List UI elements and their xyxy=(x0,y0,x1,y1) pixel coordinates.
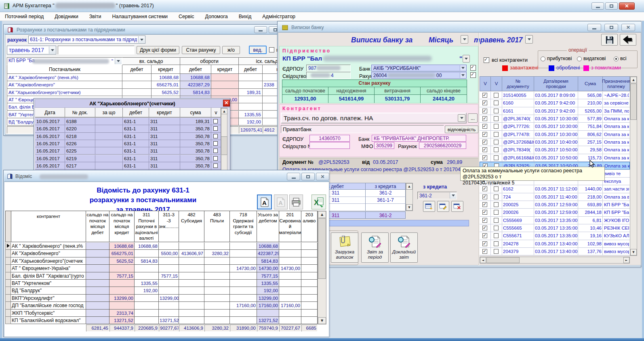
tx-processed-checkbox[interactable] xyxy=(482,249,487,254)
close-button[interactable]: ✕ xyxy=(619,2,635,10)
correspondence-button[interactable]: відповідність xyxy=(445,126,478,133)
menu-item[interactable]: Допомога xyxy=(205,14,228,19)
tx-flag-checkbox[interactable] xyxy=(494,147,499,152)
tx-processed-checkbox[interactable] xyxy=(482,202,487,207)
row-checkbox[interactable] xyxy=(213,149,218,153)
tx-processed-checkbox[interactable] xyxy=(482,116,487,121)
delete-record-button[interactable]: ✕ xyxy=(451,201,463,212)
tx-row[interactable]: 616003.05.2017 9:42:00210,00за сервісне … xyxy=(480,99,630,107)
tx-processed-checkbox[interactable] xyxy=(482,140,487,144)
radio-прибуткові[interactable] xyxy=(541,56,545,61)
provodki-scrollbar[interactable]: ▲ ▼ xyxy=(406,183,413,211)
tx-flag-checkbox[interactable] xyxy=(494,218,499,223)
tx-flag-checkbox[interactable] xyxy=(494,140,499,144)
tx-flag-checkbox[interactable] xyxy=(494,116,499,121)
tx-row[interactable]: @2PL36740(03.05.2017 10:30:00577,89Оплат… xyxy=(480,115,630,123)
tx-flag-checkbox[interactable] xyxy=(494,186,499,191)
popup-close-icon[interactable]: ✕ xyxy=(223,100,230,107)
tx-flag-checkbox[interactable] xyxy=(494,202,499,207)
minimize-button[interactable] xyxy=(591,2,604,10)
load-statements-button[interactable]: Загрузка виписок xyxy=(331,232,358,263)
print-button[interactable] xyxy=(289,195,303,209)
row-checkbox[interactable] xyxy=(213,119,218,123)
tx-flag-checkbox[interactable] xyxy=(494,155,499,160)
radio-всі[interactable] xyxy=(614,56,619,61)
tx-flag-checkbox[interactable] xyxy=(494,210,499,215)
tx-row[interactable]: @2PL77726:03.05.2017 10:30:00751,84Оплат… xyxy=(480,123,630,130)
vidomist-maximize-button[interactable] xyxy=(301,173,315,180)
menu-item[interactable]: Довідники xyxy=(55,14,78,19)
c-account-field[interactable]: 29025866200029 xyxy=(419,142,466,149)
period-combo[interactable]: травень 2017 xyxy=(7,46,56,54)
tx-flag-checkbox[interactable] xyxy=(494,109,499,113)
detail-report-button[interactable]: Докладний звіт xyxy=(390,232,418,263)
company-combo[interactable]: КП БРР "Ба " xyxy=(7,57,122,65)
tx-processed-checkbox[interactable] xyxy=(482,218,487,223)
c-cert-field[interactable] xyxy=(309,142,350,149)
menu-item[interactable]: Поточний період xyxy=(5,14,44,19)
back-button[interactable] xyxy=(620,34,636,46)
tx-row[interactable]: 20002503.05.2017 12:59:00693,89КП БРР "Б… xyxy=(480,201,630,209)
vidomist-minimize-button[interactable] xyxy=(287,173,300,180)
contragent-bank-name-field[interactable]: Приватбанк xyxy=(281,125,444,133)
tx-flag-checkbox[interactable] xyxy=(494,100,499,105)
tx-processed-checkbox[interactable] xyxy=(482,109,487,113)
c-bank-field[interactable]: КБ "ПРИВАТБАНК" ДНІПРОПЕТР. xyxy=(372,135,466,142)
credit-combo[interactable]: 361-2 xyxy=(417,192,457,199)
bank-minimize-button[interactable] xyxy=(587,24,601,31)
tx-processed-checkbox[interactable] xyxy=(482,186,487,191)
filter-input[interactable] xyxy=(58,46,135,54)
tx-processed-checkbox[interactable] xyxy=(482,233,487,238)
row-checkbox[interactable] xyxy=(213,156,218,161)
chevron-down-icon[interactable] xyxy=(49,46,55,54)
edrpou-field[interactable]: 987 xyxy=(306,65,351,71)
tx-flag-checkbox[interactable] xyxy=(494,132,499,137)
suppliers-minimize-button[interactable] xyxy=(254,26,267,33)
c-edrpou-field[interactable]: 14360570 xyxy=(309,135,350,142)
tx-row[interactable]: 616103.05.2017 9:42:005265,00За ПММ, по … xyxy=(480,107,630,115)
bank-checkbox[interactable] xyxy=(470,65,476,71)
tx-processed-checkbox[interactable] xyxy=(482,100,487,105)
tx-processed-checkbox[interactable] xyxy=(482,226,487,230)
font-button-inactive[interactable]: A xyxy=(274,195,288,209)
account-checkbox[interactable] xyxy=(470,72,476,78)
mfo-field[interactable]: 305299 xyxy=(374,142,394,149)
menu-item[interactable]: Адміністратор xyxy=(262,14,295,19)
enterprise-combo[interactable]: КП БРР "Бал " xyxy=(281,54,470,63)
tx-flag-checkbox[interactable] xyxy=(494,241,499,246)
tx-row[interactable]: 72403.05.2017 11:40:00218,00Оплата за вы… xyxy=(480,193,630,201)
tx-processed-checkbox[interactable] xyxy=(482,124,487,129)
add-record-button[interactable]: + xyxy=(423,201,435,212)
cert-field[interactable]: 4 xyxy=(306,72,351,79)
tx-row[interactable]: C55566503.05.2017 13:35:0010,46РЕЗНІК СЕ… xyxy=(480,224,630,232)
tx-flag-checkbox[interactable] xyxy=(494,124,499,129)
popup-scrollbar[interactable]: ▲ ▼ xyxy=(221,108,227,176)
tx-row[interactable]: 20427803.05.2017 13:40:00102,98вивоз мус… xyxy=(480,240,630,248)
tx-row[interactable]: @2PL37268&lt;03.05.2017 10:40:00257,15Оп… xyxy=(480,138,630,146)
chevron-down-icon[interactable] xyxy=(460,65,466,71)
bank-maximize-button[interactable] xyxy=(604,24,618,31)
ved-button[interactable]: вед. xyxy=(249,46,267,54)
tx-row[interactable]: 31514005503.05.2017 8:09:00565,08~AJPE~2… xyxy=(480,92,630,99)
chevron-down-icon[interactable] xyxy=(115,58,122,64)
tx-processed-checkbox[interactable] xyxy=(482,195,487,199)
menu-item[interactable]: Вихід xyxy=(239,14,252,19)
tx-processed-checkbox[interactable] xyxy=(482,155,487,160)
print-form-button[interactable]: Друк цієї форми xyxy=(137,46,179,54)
tx-row[interactable]: C55566903.05.2017 13:35:006,81ЖУКОВ ІГОР… xyxy=(480,217,630,224)
all-contragents-checkbox[interactable] xyxy=(484,57,489,63)
bank-close-button[interactable]: ✕ xyxy=(621,24,635,31)
menu-item[interactable]: Сервіс xyxy=(179,14,194,19)
account-state-button[interactable]: Стан рахунку xyxy=(182,46,220,54)
save-button[interactable] xyxy=(601,34,618,46)
po-checkbox[interactable] xyxy=(269,47,274,52)
radio-видаткові[interactable] xyxy=(577,56,582,61)
chevron-down-icon[interactable] xyxy=(450,192,456,199)
row-checkbox[interactable] xyxy=(213,163,218,168)
chevron-down-icon[interactable] xyxy=(525,35,533,44)
chevron-down-icon[interactable] xyxy=(138,36,145,43)
tx-flag-checkbox[interactable] xyxy=(494,249,499,254)
contragent-more-button[interactable]: ... xyxy=(468,113,478,123)
row-checkbox[interactable] xyxy=(213,126,218,131)
vidomist-scrollbar[interactable]: ▲ ▼ xyxy=(318,211,326,324)
